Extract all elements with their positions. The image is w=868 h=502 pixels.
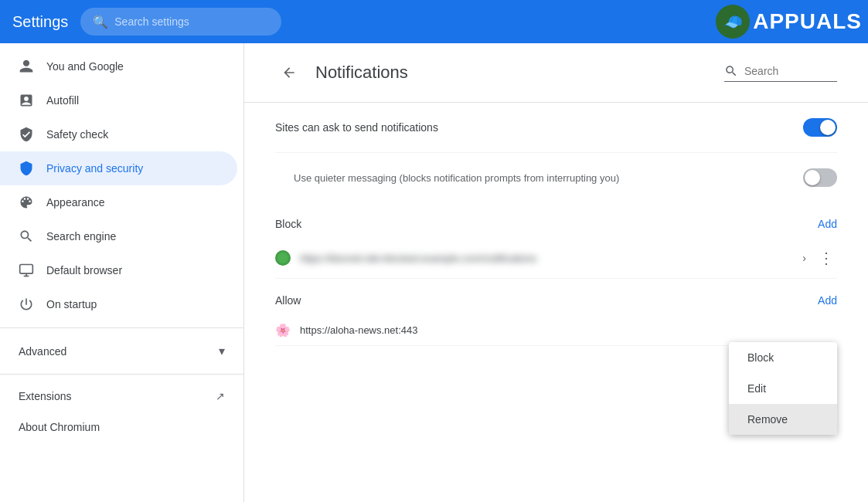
- dropdown-remove-item[interactable]: Remove: [729, 404, 837, 435]
- sidebar-item-you-and-google[interactable]: You and Google: [0, 49, 237, 83]
- sidebar-item-appearance[interactable]: Appearance: [0, 185, 237, 219]
- content-body: Sites can ask to send notifications Use …: [244, 103, 868, 346]
- sidebar-label-autofill: Autofill: [46, 94, 79, 107]
- context-menu: Block Edit Remove: [729, 342, 837, 435]
- privacy-icon: [19, 161, 34, 176]
- header-search-input[interactable]: [114, 15, 269, 28]
- allow-section-header: Allow Add: [275, 279, 837, 314]
- sidebar-label-appearance: Appearance: [46, 196, 105, 209]
- toggle-row-quiet: Use quieter messaging (blocks notificati…: [275, 153, 837, 202]
- person-icon: [19, 59, 34, 74]
- sidebar-label-on-startup: On startup: [46, 298, 97, 310]
- blocked-site-more-button[interactable]: ⋮: [815, 246, 837, 270]
- appearance-icon: [19, 195, 34, 210]
- allow-section-title: Allow: [275, 294, 818, 307]
- autofill-icon: [19, 93, 34, 108]
- sidebar-label-default-browser: Default browser: [46, 264, 122, 276]
- content-search-icon: [724, 64, 738, 78]
- toggle-row-main: Sites can ask to send notifications: [275, 103, 837, 153]
- toggle-quiet[interactable]: [803, 168, 837, 187]
- allowed-site-row: 🌸 https://aloha-news.net:443 Block Edit …: [275, 314, 837, 346]
- watermark: 🧢 APPUALS: [716, 0, 868, 43]
- content-search-input[interactable]: [744, 65, 837, 77]
- search-engine-icon: [19, 229, 34, 244]
- sidebar-item-default-browser[interactable]: Default browser: [0, 253, 237, 287]
- toggle-quiet-thumb: [805, 170, 820, 185]
- sidebar: You and Google Autofill Safety check Pri…: [0, 43, 244, 502]
- sidebar-label-you-and-google: You and Google: [46, 60, 124, 73]
- watermark-icon: 🧢: [716, 5, 750, 39]
- toggle-quiet-label: Use quieter messaging (blocks notificati…: [294, 172, 803, 184]
- toggle-main[interactable]: [803, 118, 837, 137]
- back-button[interactable]: [275, 59, 303, 86]
- allow-add-link[interactable]: Add: [818, 294, 837, 307]
- sidebar-extensions[interactable]: Extensions ↗: [0, 381, 243, 412]
- sidebar-label-search-engine: Search engine: [46, 230, 116, 243]
- settings-title: Settings: [12, 13, 68, 31]
- sidebar-item-search-engine[interactable]: Search engine: [0, 219, 237, 253]
- sidebar-divider-2: [0, 374, 243, 375]
- content-header: Notifications: [244, 43, 868, 103]
- block-section-title: Block: [275, 218, 818, 230]
- header-search-bar[interactable]: 🔍: [80, 8, 281, 36]
- page-title: Notifications: [315, 63, 712, 83]
- toggle-main-thumb: [820, 120, 836, 135]
- header-search-icon: 🔍: [93, 15, 108, 29]
- content-search-bar[interactable]: [724, 64, 837, 82]
- default-browser-icon: [19, 263, 34, 278]
- header: Settings 🔍 🧢 APPUALS: [0, 0, 868, 43]
- sidebar-label-safety-check: Safety check: [46, 128, 108, 141]
- sidebar-item-autofill[interactable]: Autofill: [0, 83, 237, 117]
- block-add-link[interactable]: Add: [818, 218, 837, 230]
- dropdown-edit-item[interactable]: Edit: [729, 373, 837, 404]
- toggle-main-label: Sites can ask to send notifications: [275, 121, 803, 134]
- chevron-down-icon: ▾: [219, 344, 225, 358]
- external-link-icon: ↗: [216, 390, 225, 402]
- svg-rect-0: [20, 265, 33, 274]
- sidebar-divider: [0, 327, 243, 328]
- on-startup-icon: [19, 297, 34, 312]
- sidebar-about-chromium[interactable]: About Chromium: [0, 412, 243, 443]
- extensions-label: Extensions: [19, 390, 71, 402]
- blocked-site-url: https://blurred-site-blocked.example.com…: [300, 253, 793, 264]
- allowed-site-favicon: 🌸: [275, 322, 291, 337]
- content-area: Notifications Sites can ask to send noti…: [244, 43, 868, 502]
- main-layout: You and Google Autofill Safety check Pri…: [0, 43, 868, 502]
- allowed-site-url: https://aloha-news.net:443: [300, 324, 837, 336]
- about-chromium-label: About Chromium: [19, 421, 100, 433]
- watermark-text: APPUALS: [753, 9, 862, 34]
- block-section-header: Block Add: [275, 202, 837, 238]
- dropdown-block-item[interactable]: Block: [729, 342, 837, 373]
- sidebar-item-safety-check[interactable]: Safety check: [0, 117, 237, 151]
- blocked-chevron-icon: ›: [802, 252, 806, 264]
- advanced-label: Advanced: [19, 345, 66, 358]
- safety-check-icon: [19, 127, 34, 142]
- blocked-site-icon: [275, 250, 291, 266]
- blocked-site-row: https://blurred-site-blocked.example.com…: [275, 238, 837, 279]
- sidebar-label-privacy: Privacy and security: [46, 162, 143, 175]
- sidebar-item-privacy-and-security[interactable]: Privacy and security: [0, 151, 237, 185]
- sidebar-advanced[interactable]: Advanced ▾: [0, 334, 243, 368]
- sidebar-item-on-startup[interactable]: On startup: [0, 287, 237, 321]
